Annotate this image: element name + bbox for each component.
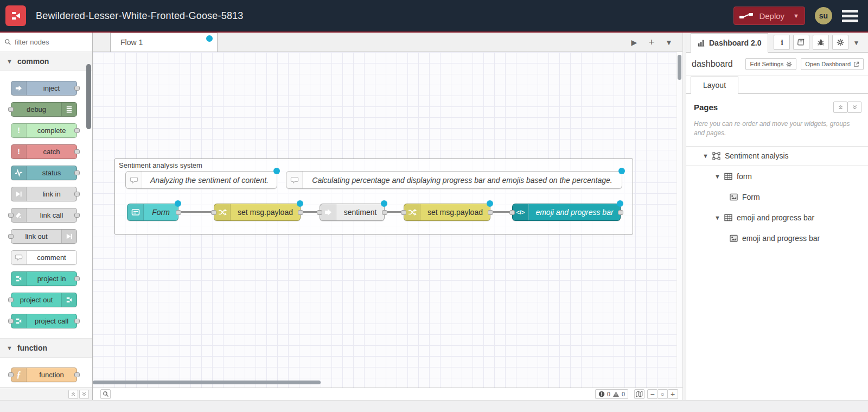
input-port[interactable] (8, 319, 14, 324)
node-template[interactable]: </> emoji and progress bar (512, 204, 621, 221)
palette-category-common[interactable]: ▼ common (0, 52, 92, 71)
comment-node-2[interactable]: Calculating percentage and displaying pr… (286, 171, 622, 189)
gear-icon (837, 39, 844, 46)
input-port[interactable] (8, 234, 14, 239)
output-port[interactable] (74, 276, 80, 281)
node-sentiment[interactable]: sentiment (320, 204, 385, 221)
palette-category-function[interactable]: ▼ function (0, 339, 92, 357)
palette-node-link-call[interactable]: link call (11, 208, 77, 223)
canvas-search-button[interactable] (100, 389, 111, 399)
node-change-1[interactable]: set msg.payload (214, 204, 301, 221)
output-port[interactable] (382, 210, 387, 215)
output-port[interactable] (298, 210, 303, 215)
palette-node-complete[interactable]: ! complete (11, 123, 77, 138)
palette-node-project-call[interactable]: project call (11, 314, 77, 328)
expand-categories-button[interactable] (79, 390, 89, 399)
scroll-tabs-button[interactable]: ▶ (628, 38, 640, 47)
node-group[interactable]: Sentiment analysis system (114, 159, 633, 234)
palette-search[interactable] (0, 33, 92, 52)
output-port[interactable] (74, 86, 80, 91)
palette-node-debug[interactable]: debug (11, 102, 77, 117)
tab-dashboard-2[interactable]: Dashboard 2.0 (691, 33, 768, 53)
workspace: Flow 1 ▶ + ▼ Sentiment analysis system (93, 33, 682, 400)
input-port[interactable] (317, 210, 322, 215)
deploy-label: Deploy (759, 11, 784, 21)
tree-group-form[interactable]: ▼ form (686, 166, 868, 187)
bottom-strip (0, 400, 868, 412)
user-avatar[interactable]: su (815, 7, 832, 24)
output-port[interactable] (74, 170, 80, 175)
input-port[interactable] (509, 210, 515, 215)
add-flow-button[interactable]: + (646, 36, 658, 48)
tab-help[interactable] (793, 35, 809, 50)
node-change-2[interactable]: set msg.payload (404, 204, 490, 221)
deploy-button[interactable]: Deploy ▼ (733, 7, 805, 25)
input-port[interactable] (8, 297, 14, 302)
open-dashboard-button[interactable]: Open Dashboard (801, 58, 864, 70)
tree-group-emoji-progress[interactable]: ▼ emoji and progress bar (686, 207, 868, 228)
output-port[interactable] (74, 149, 80, 154)
output-port[interactable] (74, 192, 80, 197)
form-icon (127, 204, 144, 220)
node-form[interactable]: Form (127, 204, 178, 221)
output-port[interactable] (488, 210, 493, 215)
output-port[interactable] (74, 319, 80, 324)
flow-canvas[interactable]: Sentiment analysis system Analyzing the … (93, 52, 682, 388)
unsaved-changes-dot (617, 200, 623, 207)
bug-icon (817, 39, 825, 46)
palette-node-link-out[interactable]: link out (11, 229, 77, 244)
map-icon (636, 391, 643, 397)
zoom-out-button[interactable]: − (647, 389, 658, 399)
output-port[interactable] (74, 372, 80, 377)
sidebar-tabs-caret[interactable]: ▼ (853, 39, 859, 47)
zoom-in-button[interactable]: + (668, 389, 678, 399)
expand-all-button[interactable] (847, 102, 861, 113)
tab-debug[interactable] (813, 35, 829, 50)
palette-node-catch[interactable]: ! catch (11, 144, 77, 159)
output-port[interactable] (74, 128, 80, 133)
tab-config[interactable] (832, 35, 848, 50)
palette-scrollbar[interactable] (86, 64, 91, 129)
notification-counts[interactable]: 0 0 (595, 389, 628, 399)
collapse-all-button[interactable] (833, 102, 847, 113)
palette-node-inject[interactable]: inject (11, 81, 77, 96)
canvas-vscrollbar[interactable] (676, 52, 682, 388)
comment-icon (11, 251, 27, 264)
main-menu-button[interactable] (842, 10, 858, 22)
palette-node-link-in[interactable]: link in (11, 187, 77, 201)
input-port[interactable] (211, 210, 216, 215)
input-port[interactable] (8, 372, 14, 377)
flow-list-caret[interactable]: ▼ (663, 38, 675, 47)
comment-node-1[interactable]: Analyzing the sentiment of content. (125, 171, 277, 189)
deploy-options-caret[interactable]: ▼ (790, 12, 799, 19)
palette-node-status[interactable]: status (11, 166, 77, 180)
input-port[interactable] (8, 107, 14, 112)
edit-settings-button[interactable]: Edit Settings (745, 58, 796, 70)
tab-layout[interactable]: Layout (691, 77, 738, 94)
canvas-hscrollbar[interactable] (93, 381, 321, 384)
output-port[interactable] (74, 213, 80, 218)
output-port[interactable] (618, 210, 623, 215)
input-port[interactable] (8, 213, 14, 218)
tab-info[interactable]: i (774, 35, 790, 50)
tree-page-sentiment-analysis[interactable]: ▼ Sentiment analysis (686, 146, 868, 166)
sidebar-tabbar: Dashboard 2.0 i ▼ (686, 33, 868, 53)
navigator-button[interactable] (634, 389, 644, 399)
tree-widget-emoji-progress[interactable]: emoji and progress bar (686, 228, 868, 249)
palette-filter-input[interactable] (15, 38, 80, 46)
sidebar-separator[interactable] (682, 33, 686, 400)
input-port[interactable] (401, 210, 406, 215)
collapse-categories-button[interactable] (68, 390, 78, 399)
chevron-down-icon[interactable]: ▼ (703, 153, 708, 159)
palette-node-function[interactable]: ƒ function (11, 367, 77, 382)
output-port[interactable] (176, 210, 181, 215)
comment-icon (126, 172, 142, 188)
zoom-reset-button[interactable]: ○ (658, 389, 668, 399)
chevron-down-icon[interactable]: ▼ (714, 214, 720, 221)
palette-node-comment[interactable]: comment (11, 250, 77, 265)
palette-node-project-in[interactable]: project in (11, 271, 77, 286)
tab-flow-1[interactable]: Flow 1 (110, 33, 218, 52)
chevron-down-icon[interactable]: ▼ (714, 173, 720, 180)
tree-widget-form[interactable]: Form (686, 187, 868, 207)
palette-node-project-out[interactable]: project out (11, 293, 77, 307)
